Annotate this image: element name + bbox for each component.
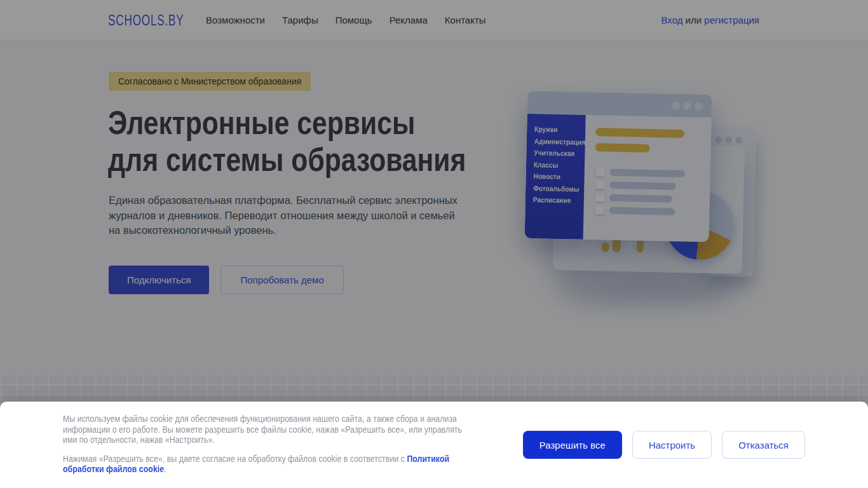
cookie-text: Мы используем файлы cookie для обеспечен… bbox=[63, 414, 477, 475]
cookie-paragraph-2: Нажимая «Разрешить все», вы даете соглас… bbox=[63, 454, 477, 475]
cookie-banner: Мы используем файлы cookie для обеспечен… bbox=[0, 402, 868, 488]
decline-button[interactable]: Отказаться bbox=[722, 431, 805, 459]
cookie-paragraph-1: Мы используем файлы cookie для обеспечен… bbox=[63, 414, 477, 445]
cookie-buttons: Разрешить все Настроить Отказаться bbox=[523, 431, 805, 459]
configure-button[interactable]: Настроить bbox=[632, 431, 712, 459]
cookie-paragraph-2-period: . bbox=[164, 464, 166, 474]
allow-all-button[interactable]: Разрешить все bbox=[523, 431, 622, 459]
cookie-paragraph-2-text: Нажимая «Разрешить все», вы даете соглас… bbox=[63, 454, 407, 464]
